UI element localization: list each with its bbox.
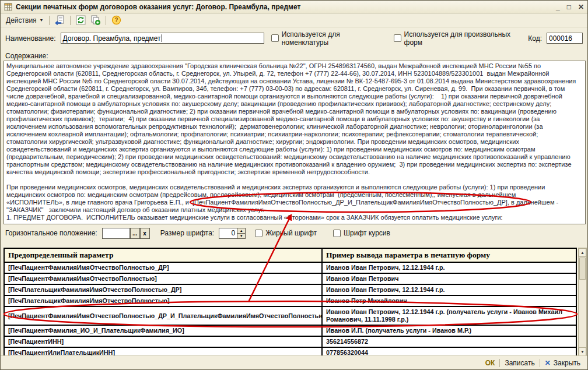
footer-separator bbox=[499, 359, 500, 367]
example-cell[interactable]: Иванов Петр Михайлович bbox=[322, 295, 576, 306]
content-line: медико-санитарной помощи в амбулаторных … bbox=[6, 100, 583, 108]
checkbox-italic-label: Шрифт курсив bbox=[344, 229, 390, 237]
code-group: Код: 000016 bbox=[528, 33, 583, 44]
table-row[interactable]: [ПечПациентФамилияИмяОтчествоПолностью] … bbox=[4, 273, 576, 284]
content-line: (предварительным, периодическим); 2) при… bbox=[6, 153, 583, 161]
checkbox-italic[interactable]: Шрифт курсив bbox=[333, 229, 390, 237]
parameter-cell[interactable]: [ПечПациентФамилияИмяОтчествоПолностью_Д… bbox=[4, 262, 322, 273]
minimize-button[interactable]: _ bbox=[556, 1, 560, 13]
copy-button[interactable] bbox=[88, 14, 103, 26]
parameter-cell[interactable]: [ПечПациентФамилия_ИО_И_ПлательщикФамили… bbox=[4, 325, 322, 336]
toolbar: Действия ▼ bbox=[1, 13, 587, 27]
checkbox-box[interactable] bbox=[271, 34, 279, 42]
parameter-cell[interactable]: [ПечПациентФамилияИмяОтчествоПолностью] bbox=[4, 273, 322, 284]
content-line: «ИСПОЛНИТЕЛЬ», в лице главного врача Гри… bbox=[6, 199, 583, 206]
actions-menu-button[interactable]: Действия ▼ bbox=[4, 15, 46, 26]
example-cell[interactable]: Иванов Иван Петрович, 12.12.1944 г.р. bbox=[322, 262, 576, 273]
spin-down-icon[interactable]: ▼ bbox=[237, 234, 245, 238]
table-row[interactable]: [ПечПациентФамилия_ИО_И_ПлательщикФамили… bbox=[4, 325, 576, 336]
content-line: инспекцией МНС России №5 по Среднегорско… bbox=[6, 77, 583, 85]
table-row[interactable]: [ПечПлательщикФамилияИмяОтчествоПолность… bbox=[4, 284, 576, 295]
close-button[interactable]: ✕ bbox=[578, 1, 584, 13]
table-row[interactable]: [ПечПациентИНН] 356214556872 bbox=[4, 336, 576, 347]
checkbox-custom-forms-label: Используется для произвольных форм bbox=[404, 30, 528, 47]
scroll-up-icon[interactable]: ▲ bbox=[579, 248, 586, 257]
table-scrollbar[interactable]: ▲ ▼ bbox=[578, 248, 587, 357]
content-line: стоматологии хирургической; ультразвуков… bbox=[6, 138, 583, 146]
scrollbar-thumb[interactable] bbox=[579, 258, 586, 280]
checkbox-box[interactable] bbox=[394, 34, 401, 42]
parameters-table: Предопределенный параметр Пример вывода … bbox=[4, 248, 577, 359]
content-editor[interactable]: Муниципальное автономное учреждение здра… bbox=[4, 61, 586, 224]
toolbar-separator bbox=[106, 16, 106, 25]
checkbox-box[interactable] bbox=[255, 230, 262, 237]
example-cell[interactable]: Иванов Иван Петрович, 12.12.1944 г.р. bbox=[322, 284, 576, 295]
name-label: Наименование: bbox=[5, 34, 56, 43]
position-field-group: ... x bbox=[102, 228, 150, 239]
footer-bar: ОК Записать ✕ Закрыть bbox=[1, 355, 587, 369]
parameter-cell[interactable]: [ПечПациентИНН] bbox=[4, 336, 322, 347]
table-row[interactable]: [ПечПациентФамилияИмяОтчествоПолностью_Д… bbox=[4, 262, 576, 273]
content-line: профилактических прививок); терапии; 4) … bbox=[6, 115, 583, 123]
position-clear-button[interactable]: x bbox=[140, 228, 150, 239]
dialog-window: Секции печатных форм договоров оказания … bbox=[0, 0, 588, 370]
copy-add-icon bbox=[90, 15, 100, 25]
chevron-down-icon: ▼ bbox=[40, 18, 44, 22]
checkbox-nomenclature[interactable]: Используется для номенклатуры bbox=[271, 30, 387, 47]
scroll-down-icon[interactable]: ▼ bbox=[579, 347, 586, 356]
position-input[interactable] bbox=[102, 228, 130, 239]
font-size-value[interactable]: 0 bbox=[219, 228, 237, 238]
table-row[interactable]: [ПечПациентФамилияИмяОтчествоПолностью_Д… bbox=[4, 306, 576, 325]
refresh-icon bbox=[76, 15, 86, 25]
name-input[interactable]: Договор. Преамбула, предмет bbox=[61, 33, 264, 44]
parameter-cell[interactable]: [ПечПлательщикФамилияИмяОтчествоПолность… bbox=[4, 284, 322, 295]
close-dialog-button[interactable]: ✕ Закрыть bbox=[545, 359, 580, 367]
position-ellipsis-button[interactable]: ... bbox=[130, 228, 140, 239]
window-title: Секции печатных форм договоров оказания … bbox=[16, 3, 300, 11]
table-row[interactable]: [ПечПлательщикФамилияИмяОтчествоПолность… bbox=[4, 295, 576, 306]
content-line bbox=[6, 176, 583, 184]
maximize-button[interactable]: □ bbox=[567, 1, 571, 13]
text-cursor bbox=[162, 34, 162, 42]
content-line: медицинских осмотров по: медицинским осм… bbox=[6, 191, 583, 199]
reread-button[interactable] bbox=[52, 14, 67, 26]
name-value: Договор. Преамбула, предмет bbox=[63, 34, 161, 43]
font-size-stepper[interactable]: 0 ▲ ▼ bbox=[219, 228, 246, 239]
help-button[interactable]: ? bbox=[109, 14, 124, 26]
code-label: Код: bbox=[528, 34, 542, 43]
checkbox-custom-forms[interactable]: Используется для произвольных форм bbox=[394, 30, 528, 47]
content-line: Среднегорской оласти (620811, Среднегорс… bbox=[6, 70, 583, 77]
example-cell[interactable]: 356214556872 bbox=[322, 336, 576, 347]
ok-button[interactable]: ОК bbox=[485, 359, 495, 367]
column-header-example[interactable]: Пример вывода параметра в печатную форму bbox=[322, 248, 576, 262]
content-line: исключением кохлеарной имплантации); офт… bbox=[6, 131, 583, 138]
save-button[interactable]: Записать bbox=[505, 359, 534, 367]
content-line: освидетельствований и медицинских экспер… bbox=[6, 146, 583, 153]
footer-separator bbox=[540, 359, 540, 367]
toolbar-separator bbox=[49, 16, 50, 25]
spin-up-icon[interactable]: ▲ bbox=[237, 228, 245, 234]
content-line: числе доврачебной, врачебной и специализ… bbox=[6, 93, 583, 100]
reread-icon bbox=[55, 15, 65, 25]
actions-menu-label: Действия bbox=[6, 16, 37, 24]
content-line: Муниципальное автономное учреждение здра… bbox=[6, 62, 583, 70]
column-header-parameter[interactable]: Предопределенный параметр bbox=[4, 248, 322, 262]
save-button-label: Записать bbox=[505, 359, 534, 367]
name-row: Наименование: Договор. Преамбула, предме… bbox=[5, 32, 583, 44]
parameter-cell[interactable]: [ПечПациентФамилияИмяОтчествоПолностью_Д… bbox=[4, 306, 322, 325]
checkbox-box[interactable] bbox=[333, 230, 341, 237]
code-input[interactable]: 000016 bbox=[547, 33, 583, 44]
code-value: 000016 bbox=[549, 34, 572, 43]
checkbox-bold[interactable]: Жирный шрифт bbox=[255, 229, 317, 237]
example-cell[interactable]: Иванов Иван Петрович, 12.12.1944 г.р. (п… bbox=[322, 306, 576, 325]
content-line: транспортным средством; медицинскому осв… bbox=[6, 161, 583, 168]
content-line: "ЗАКАЗЧИК" заключили настоящий договор о… bbox=[6, 206, 583, 214]
refresh-button[interactable] bbox=[74, 14, 88, 26]
content-line: 1. ПРЕДМЕТ ДОГОВОРА. ИСПОЛНИТЕЛЬ оказыва… bbox=[6, 214, 583, 221]
example-cell[interactable]: Иванов И.П. (получатель услуги - Иванов … bbox=[322, 325, 576, 336]
parameter-cell[interactable]: [ПечПлательщикФамилияИмяОтчествоПолность… bbox=[4, 295, 322, 306]
example-cell[interactable]: Иванов Иван Петрович bbox=[322, 273, 576, 284]
content-line: Среднегорской области (620811, г. Средне… bbox=[6, 85, 583, 93]
content-line: исключением использования вспомогательны… bbox=[6, 123, 583, 131]
window-table-icon bbox=[4, 3, 12, 11]
